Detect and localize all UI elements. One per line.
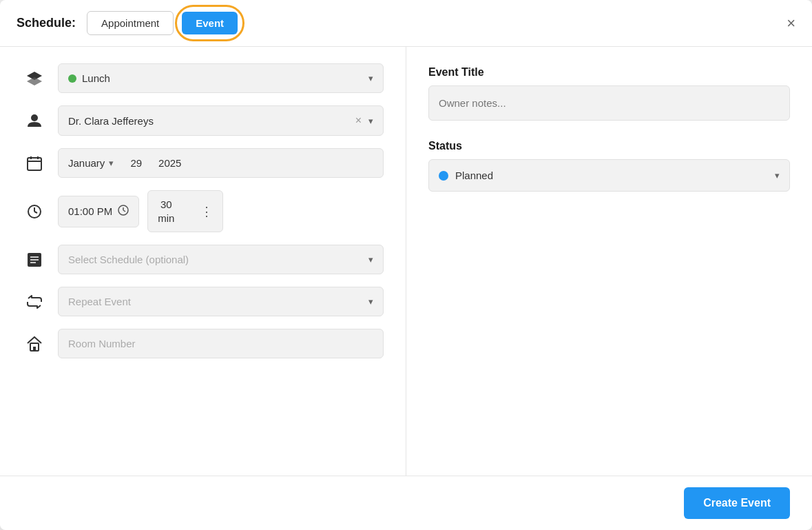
svg-rect-18 xyxy=(33,347,36,351)
room-input[interactable]: Room Number xyxy=(58,329,384,358)
date-day: 29 xyxy=(130,157,142,169)
svg-line-9 xyxy=(34,212,37,213)
layers-icon xyxy=(22,72,47,85)
category-select[interactable]: Lunch ▾ xyxy=(58,63,384,93)
room-placeholder: Room Number xyxy=(68,338,136,349)
person-chevron-icon: ▾ xyxy=(368,116,373,126)
date-month: January ▾ xyxy=(68,157,114,169)
calendar-icon xyxy=(22,156,47,171)
svg-line-12 xyxy=(123,210,125,212)
month-chevron-icon: ▾ xyxy=(109,158,114,168)
person-select[interactable]: Dr. Clara Jeffereys × ▾ xyxy=(58,105,384,136)
person-clear-button[interactable]: × xyxy=(355,114,362,127)
repeat-icon xyxy=(22,295,47,309)
status-left: Planned xyxy=(439,170,493,181)
schedule-select[interactable]: Select Schedule (optional) ▾ xyxy=(58,245,384,274)
time-value: 01:00 PM xyxy=(68,205,112,217)
svg-point-2 xyxy=(31,114,38,121)
modal-footer: Create Event xyxy=(0,476,812,530)
category-row: Lunch ▾ xyxy=(22,63,384,93)
duration-value: 30 xyxy=(158,198,174,212)
duration-select[interactable]: 30 min ⋮ xyxy=(147,190,223,232)
schedule-icon xyxy=(22,252,47,267)
schedule-label: Schedule: xyxy=(17,16,76,30)
person-icon xyxy=(22,113,47,128)
tab-appointment[interactable]: Appointment xyxy=(87,11,174,35)
schedule-chevron-icon: ▾ xyxy=(368,254,373,265)
time-select[interactable]: 01:00 PM xyxy=(58,196,139,227)
tab-event-wrapper: Event xyxy=(182,12,238,34)
date-row: January ▾ 29 2025 xyxy=(22,148,384,178)
green-dot xyxy=(68,74,76,83)
category-value: Lunch xyxy=(82,72,110,84)
right-panel: Event Title Status Planned ▾ xyxy=(406,47,812,476)
schedule-placeholder: Select Schedule (optional) xyxy=(68,254,189,265)
modal: Schedule: Appointment Event × xyxy=(0,0,812,530)
event-title-label: Event Title xyxy=(428,66,790,79)
repeat-select[interactable]: Repeat Event ▾ xyxy=(58,287,384,316)
duration-text: 30 min xyxy=(158,198,174,225)
home-icon xyxy=(22,336,47,351)
repeat-row: Repeat Event ▾ xyxy=(22,287,384,316)
category-chevron-icon: ▾ xyxy=(368,73,373,83)
close-button[interactable]: × xyxy=(787,16,795,31)
duration-unit: min xyxy=(158,212,174,225)
status-value: Planned xyxy=(455,170,493,181)
tab-event[interactable]: Event xyxy=(182,12,238,34)
time-controls: 01:00 PM 30 min xyxy=(58,190,384,232)
svg-rect-3 xyxy=(28,158,41,170)
create-event-button[interactable]: Create Event xyxy=(684,487,790,519)
clock-icon xyxy=(22,204,47,219)
event-title-input[interactable] xyxy=(428,85,790,121)
date-year: 2025 xyxy=(158,157,181,169)
person-value: Dr. Clara Jeffereys xyxy=(68,115,154,127)
status-chevron-icon: ▾ xyxy=(775,170,780,181)
repeat-chevron-icon: ▾ xyxy=(368,296,373,307)
status-select[interactable]: Planned ▾ xyxy=(428,159,790,192)
left-panel: Lunch ▾ Dr. Clara Jeffereys xyxy=(0,47,406,476)
person-row: Dr. Clara Jeffereys × ▾ xyxy=(22,105,384,136)
repeat-placeholder: Repeat Event xyxy=(68,296,131,307)
date-select[interactable]: January ▾ 29 2025 xyxy=(58,148,384,178)
modal-header: Schedule: Appointment Event × xyxy=(0,0,812,47)
duration-more-icon[interactable]: ⋮ xyxy=(200,204,213,219)
svg-marker-1 xyxy=(27,77,42,85)
blue-dot xyxy=(439,171,448,181)
modal-body: Lunch ▾ Dr. Clara Jeffereys xyxy=(0,47,812,476)
schedule-row: Select Schedule (optional) ▾ xyxy=(22,245,384,274)
time-clock-icon xyxy=(118,205,129,218)
room-row: Room Number xyxy=(22,329,384,358)
time-row: 01:00 PM 30 min xyxy=(22,190,384,232)
status-label: Status xyxy=(428,140,790,152)
